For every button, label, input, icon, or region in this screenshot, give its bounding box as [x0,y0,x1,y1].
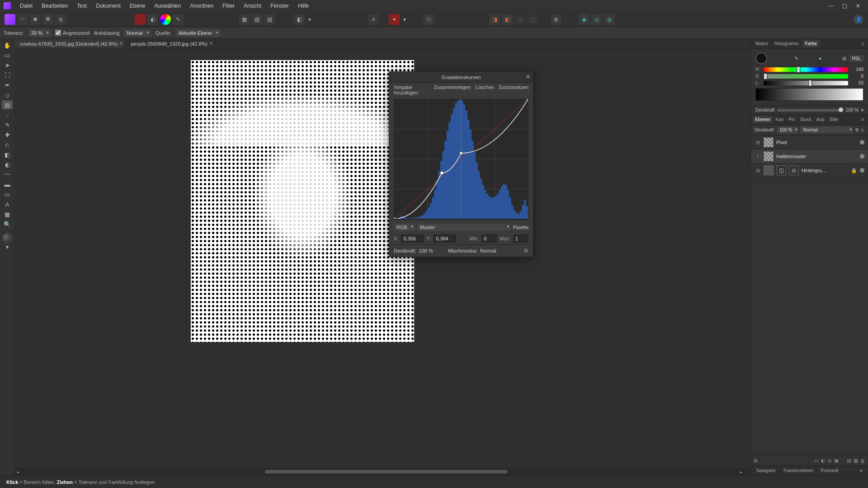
minimize-button[interactable]: — [825,3,837,9]
curves-action-zusammenlegen[interactable]: Zusammenlegen [434,84,471,95]
arrange-back-icon[interactable]: ◧ [502,14,513,25]
move-tool-icon[interactable]: ▭ [2,51,13,60]
color-options-icon[interactable]: ⊞ [841,56,848,61]
menu-bearbeiten[interactable]: Bearbeiten [37,0,72,11]
bottom-tab-transformieren[interactable]: Transformieren [780,467,816,474]
gear-icon[interactable]: ⚙ [524,248,528,254]
text-tool-icon[interactable]: A [2,200,13,209]
close-window-button[interactable]: ✕ [852,3,864,9]
curves-action-löschen[interactable]: Löschen [475,84,494,95]
layer-footer-icon[interactable]: ⊞ [754,458,758,464]
dodge-tool-icon[interactable]: ◐ [2,160,13,169]
erase-tool-icon[interactable]: ◧ [2,150,13,159]
visibility-icon[interactable] [860,140,864,145]
color-well[interactable] [2,233,12,243]
curves-min-input[interactable] [481,235,497,243]
menu-ansicht[interactable]: Ansicht [239,0,266,11]
menu-dokument[interactable]: Dokument [91,0,125,11]
eyedropper-icon[interactable]: ✎ [793,56,800,61]
layer-mask-thumbnail[interactable]: ◫ [776,165,786,175]
flood-fill-tool-icon[interactable]: ▤ [2,100,13,109]
sat-slider[interactable]: S: 0 [755,74,863,79]
group-icon[interactable]: ▦ [854,458,858,464]
photo-persona-icon[interactable] [5,14,15,25]
close-icon[interactable]: ✕ [526,74,530,80]
menu-datei[interactable]: Datei [15,0,37,11]
menu-filter[interactable]: Filter [218,0,239,11]
layers-tab-ebenen[interactable]: Ebenen [753,116,773,123]
layer-row[interactable]: ⊞◫◎Hintergru…🔒 [751,164,868,178]
picker-icon[interactable]: ✎ [173,14,184,25]
menu-auswählen[interactable]: Auswählen [150,0,185,11]
color-model-dropdown[interactable]: HSL [849,55,863,62]
align-icon[interactable]: ≡ [368,14,379,25]
layers-tab-anp[interactable]: Anp [814,116,827,123]
antialias-label[interactable]: Antialiasing [94,30,119,36]
account-icon[interactable]: 👤 [854,14,863,24]
hue-slider[interactable]: H: 140 [755,67,863,72]
curves-x-input[interactable] [401,235,424,243]
menu-ebene[interactable]: Ebene [125,0,150,11]
smudge-tool-icon[interactable]: 〰 [2,170,13,179]
gradient-tool-icon[interactable]: ▬ [2,180,13,189]
curves-max-input[interactable] [513,235,528,243]
curves-dialog[interactable]: Gradationskurven ✕ Vorgabe hinzufügenZus… [389,71,533,257]
clone-tool-icon[interactable]: ⎌ [2,140,13,149]
arrange-front-icon[interactable]: ◨ [489,14,500,25]
panel-menu-icon[interactable]: ≡ [859,41,866,47]
curves-pipette-button[interactable]: Pipette [513,225,528,230]
curves-titlebar[interactable]: Gradationskurven ✕ [389,72,533,83]
panel-tab-makro[interactable]: Makro [753,40,771,47]
bottom-panel-menu-icon[interactable]: ≡ [857,467,865,474]
source-dropdown[interactable]: Aktuelle Ebene [176,29,220,37]
pointer-tool-icon[interactable]: ➤ [2,61,13,70]
brush1-tool-icon[interactable]: ⟋ [2,110,13,119]
lock-icon[interactable]: 🔒 [851,168,857,174]
layer-toggle-icon[interactable]: ⊞ [755,168,761,174]
scroll-thumb[interactable] [265,470,508,474]
layer-opacity-dropdown[interactable]: 100 % [777,127,798,133]
panel-tab-histogramm[interactable]: Histogramm [772,40,802,47]
node-tool-icon[interactable]: ◇ [2,90,13,99]
quicklook-menu-icon[interactable]: ▾ [307,14,313,25]
layers-tab-pin[interactable]: Pin [786,116,797,123]
pen-tool-icon[interactable]: ✒ [2,80,13,89]
curves-y-input[interactable] [434,235,456,243]
opacity-menu-icon[interactable]: ▾ [861,108,863,113]
maximize-button[interactable]: ▢ [838,3,851,9]
sel-new-icon[interactable]: ▦ [239,14,250,25]
assistant-icon[interactable]: ✦ [389,14,400,25]
layer-toggle-icon[interactable]: ⊞ [755,140,761,145]
layers-tab-kan[interactable]: Kan [773,116,786,123]
circle-tool-icon[interactable]: ◐ [147,14,158,25]
snap3-icon[interactable]: ◍ [604,14,615,25]
curves-channel-dropdown[interactable]: RGB [394,224,415,231]
sample-dot-icon[interactable]: ● [817,56,823,61]
liquify-persona-icon[interactable]: 〰 [17,14,28,25]
layer-fx-icon[interactable]: ◇ [861,127,864,132]
layers-tab-stock[interactable]: Stock [798,116,814,123]
expand-tools-icon[interactable]: ▾ [2,244,13,249]
brush2-tool-icon[interactable]: ✎ [2,120,13,129]
heal-tool-icon[interactable]: ✚ [2,130,13,139]
adjust-icon[interactable]: ◐ [821,458,826,464]
curves-action-zurücksetzen[interactable]: Zurücksetzen [499,84,528,95]
vr-icon[interactable]: ⚇ [423,14,434,25]
tone-persona-icon[interactable]: 〓 [42,14,53,25]
fx-icon[interactable]: fx [828,458,832,464]
add-layer-icon[interactable]: ▤ [847,458,851,464]
tolerance-dropdown[interactable]: 20 % [28,29,51,37]
lig-slider[interactable]: L: 53 [755,80,863,85]
snap2-icon[interactable]: ◎ [591,14,602,25]
menu-text[interactable]: Text [72,0,91,11]
layers-panel-menu-icon[interactable]: ≡ [859,116,866,123]
curves-graph[interactable] [394,99,528,220]
layers-tab-stile[interactable]: Stile [827,116,840,123]
canvas[interactable] [14,49,750,468]
curves-master-dropdown[interactable]: Master [417,224,510,231]
primary-color-swatch[interactable] [755,52,767,64]
layer-row[interactable]: IHalbtonraster [751,150,868,164]
sel-add-icon[interactable]: ▧ [251,14,262,25]
swatch-icon[interactable] [135,14,146,25]
panel-tab-farbe[interactable]: Farbe [802,40,820,47]
